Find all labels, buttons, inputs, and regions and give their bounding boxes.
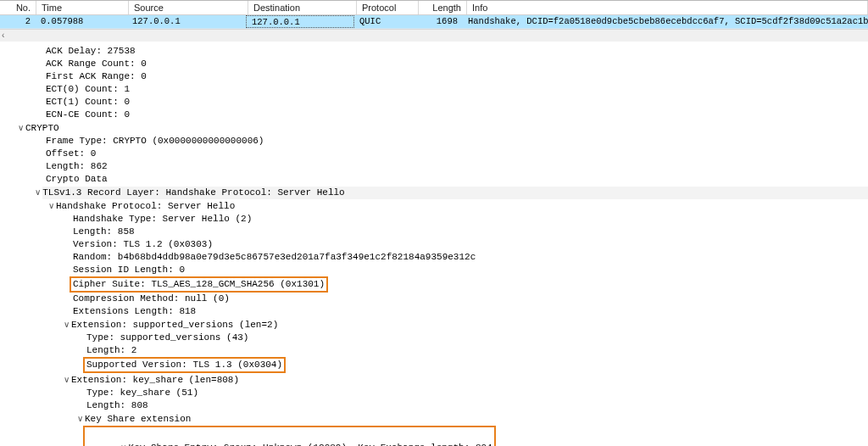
field-hs-type[interactable]: Handshake Type: Server Hello (2) <box>73 213 252 226</box>
field-crypto-data[interactable]: Crypto Data <box>46 173 108 186</box>
field-ks-length[interactable]: Length: 808 <box>86 399 148 412</box>
field-cipher-suite[interactable]: Cipher Suite: TLS_AES_128_GCM_SHA256 (0x… <box>70 276 328 293</box>
field-ect1[interactable]: ECT(1) Count: 0 <box>46 96 130 109</box>
packet-details-tree[interactable]: ACK Delay: 27538 ACK Range Count: 0 Firs… <box>0 42 868 446</box>
col-header-source[interactable]: Source <box>129 1 248 14</box>
col-header-protocol[interactable]: Protocol <box>357 1 419 14</box>
field-ack-range-count[interactable]: ACK Range Count: 0 <box>46 58 147 70</box>
field-frame-type[interactable]: Frame Type: CRYPTO (0x0000000000000006) <box>46 135 264 148</box>
field-length[interactable]: Length: 862 <box>46 160 108 173</box>
node-handshake-protocol[interactable]: Handshake Protocol: Server Hello <box>56 200 235 213</box>
field-ks-type[interactable]: Type: key_share (51) <box>86 387 198 399</box>
field-ect0[interactable]: ECT(0) Count: 1 <box>46 83 130 96</box>
node-key-share-entry[interactable]: Key Share Entry: Group: Unknown (12089),… <box>129 443 492 446</box>
cell-time: 0.057988 <box>36 15 127 28</box>
field-random[interactable]: Random: b4b68bd4ddb98a0e79d3e5c86757e3ed… <box>73 251 476 264</box>
cell-protocol: QUIC <box>354 15 415 28</box>
field-extensions-length[interactable]: Extensions Length: 818 <box>73 305 196 318</box>
col-header-info[interactable]: Info <box>467 1 868 14</box>
field-sv-type[interactable]: Type: supported_versions (43) <box>86 332 248 344</box>
node-tls-record[interactable]: TLSv1.3 Record Layer: Handshake Protocol… <box>42 187 868 199</box>
cell-source: 127.0.0.1 <box>127 15 246 28</box>
twisty-tls-record[interactable]: ∨ <box>33 186 43 198</box>
col-header-destination[interactable]: Destination <box>248 1 357 14</box>
packet-list-hscrollbar[interactable]: ‹ <box>0 29 868 42</box>
twisty-hs-proto[interactable]: ∨ <box>46 199 56 212</box>
node-key-share-extension[interactable]: Key Share extension <box>85 413 191 426</box>
field-hs-length[interactable]: Length: 858 <box>73 226 135 238</box>
field-ecn-ce[interactable]: ECN-CE Count: 0 <box>46 109 130 121</box>
node-ext-supported-versions[interactable]: Extension: supported_versions (len=2) <box>71 319 278 332</box>
field-offset[interactable]: Offset: 0 <box>46 148 96 160</box>
twisty-crypto[interactable]: ∨ <box>15 121 25 134</box>
field-first-ack-range[interactable]: First ACK Range: 0 <box>46 70 147 83</box>
field-session-id-length[interactable]: Session ID Length: 0 <box>73 264 185 276</box>
twisty-ext-key-share[interactable]: ∨ <box>61 373 71 386</box>
field-hs-version[interactable]: Version: TLS 1.2 (0x0303) <box>73 238 213 251</box>
field-ack-delay[interactable]: ACK Delay: 27538 <box>46 45 136 58</box>
twisty-key-share-entry[interactable]: ∨ <box>119 441 129 446</box>
scroll-left-icon[interactable]: ‹ <box>2 30 4 42</box>
cell-info: Handshake, DCID=f2a0518e0d9cbe5cbeb86ece… <box>463 15 868 28</box>
field-compression-method[interactable]: Compression Method: null (0) <box>73 293 230 305</box>
packet-row-selected[interactable]: 2 0.057988 127.0.0.1 127.0.0.1 QUIC 1698… <box>0 15 868 29</box>
packet-list-header: No. Time Source Destination Protocol Len… <box>0 0 868 15</box>
col-header-length[interactable]: Length <box>419 1 467 14</box>
highlight-key-share-entry: ∨Key Share Entry: Group: Unknown (12089)… <box>83 426 496 446</box>
cell-length: 1698 <box>415 15 463 28</box>
cell-no: 2 <box>0 15 36 28</box>
twisty-key-share-extension[interactable]: ∨ <box>75 412 85 425</box>
col-header-no[interactable]: No. <box>0 1 36 14</box>
twisty-ext-supported-versions[interactable]: ∨ <box>61 318 71 331</box>
field-sv-length[interactable]: Length: 2 <box>86 344 136 357</box>
col-header-time[interactable]: Time <box>36 1 129 14</box>
node-crypto[interactable]: CRYPTO <box>25 122 59 135</box>
field-supported-version[interactable]: Supported Version: TLS 1.3 (0x0304) <box>83 357 286 373</box>
cell-destination: 127.0.0.1 <box>246 15 354 28</box>
node-ext-key-share[interactable]: Extension: key_share (len=808) <box>71 374 239 387</box>
